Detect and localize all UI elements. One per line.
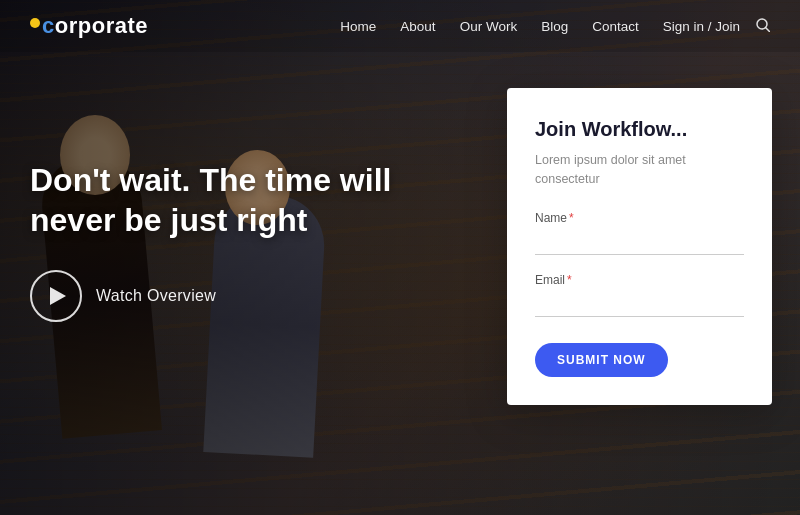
name-label: Name* [535, 211, 744, 225]
nav-item-home[interactable]: Home [340, 17, 376, 35]
watch-label: Watch Overview [96, 287, 216, 305]
name-form-group: Name* [535, 211, 744, 255]
email-form-group: Email* [535, 273, 744, 317]
play-triangle-icon [50, 287, 66, 305]
nav-link-home[interactable]: Home [340, 19, 376, 34]
svg-line-1 [766, 28, 770, 32]
nav-item-signin[interactable]: Sign in / Join [663, 17, 740, 35]
nav-item-about[interactable]: About [400, 17, 435, 35]
nav-links: Home About Our Work Blog Contact Sign in… [340, 17, 740, 35]
logo-c: c [42, 13, 55, 38]
join-workflow-form-card: Join Workflow... Lorem ipsum dolor sit a… [507, 88, 772, 405]
logo-dot [30, 18, 40, 28]
nav-item-contact[interactable]: Contact [592, 17, 639, 35]
search-icon[interactable] [756, 18, 770, 35]
email-input[interactable] [535, 293, 744, 317]
hero-content: Don't wait. The time will never be just … [30, 160, 430, 322]
nav-link-our-work[interactable]: Our Work [460, 19, 518, 34]
nav-link-about[interactable]: About [400, 19, 435, 34]
play-circle-icon [30, 270, 82, 322]
nav-link-signin[interactable]: Sign in / Join [663, 19, 740, 34]
form-description: Lorem ipsum dolor sit amet consectetur [535, 151, 744, 189]
hero-section: corporate Home About Our Work Blog Conta… [0, 0, 800, 515]
main-nav: corporate Home About Our Work Blog Conta… [0, 0, 800, 52]
nav-item-our-work[interactable]: Our Work [460, 17, 518, 35]
submit-button[interactable]: SUBMIT NOW [535, 343, 668, 377]
nav-item-blog[interactable]: Blog [541, 17, 568, 35]
nav-link-contact[interactable]: Contact [592, 19, 639, 34]
nav-link-blog[interactable]: Blog [541, 19, 568, 34]
name-input[interactable] [535, 231, 744, 255]
logo-text: corporate [42, 13, 148, 39]
watch-overview-button[interactable]: Watch Overview [30, 270, 430, 322]
email-label: Email* [535, 273, 744, 287]
logo[interactable]: corporate [30, 13, 148, 39]
hero-headline: Don't wait. The time will never be just … [30, 160, 430, 240]
form-title: Join Workflow... [535, 118, 744, 141]
